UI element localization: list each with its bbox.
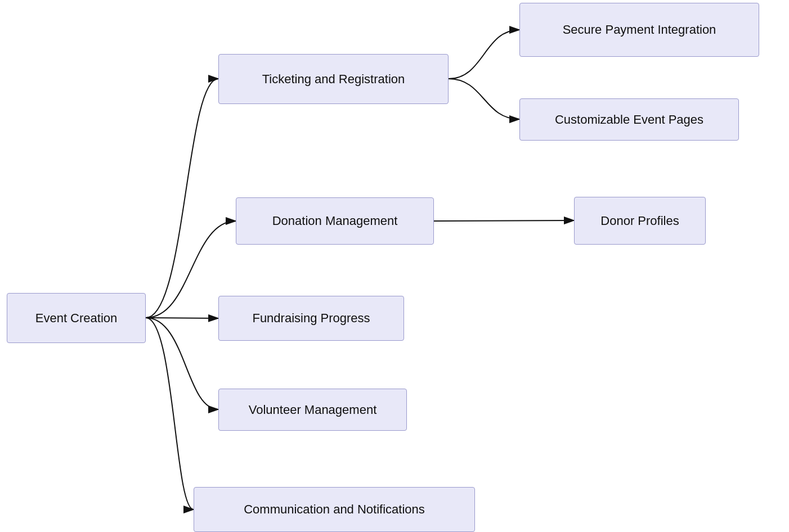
arrow-event-to-communication (146, 318, 194, 510)
arrow-ticketing-to-pages (449, 79, 519, 119)
arrow-ticketing-to-payment (449, 30, 519, 79)
node-event-creation: Event Creation (7, 293, 146, 343)
node-communication: Communication and Notifications (194, 487, 475, 532)
node-ticketing: Ticketing and Registration (218, 54, 449, 104)
arrow-event-to-fundraising (146, 318, 218, 318)
node-volunteer-management: Volunteer Management (218, 389, 407, 431)
node-customizable-pages: Customizable Event Pages (519, 98, 739, 141)
arrow-donation-to-donor (434, 220, 574, 221)
node-donation-management: Donation Management (236, 197, 434, 245)
node-secure-payment: Secure Payment Integration (519, 3, 759, 57)
node-fundraising-progress: Fundraising Progress (218, 296, 404, 341)
arrow-event-to-ticketing (146, 79, 218, 318)
node-donor-profiles: Donor Profiles (574, 197, 706, 245)
arrow-event-to-volunteer (146, 318, 218, 409)
